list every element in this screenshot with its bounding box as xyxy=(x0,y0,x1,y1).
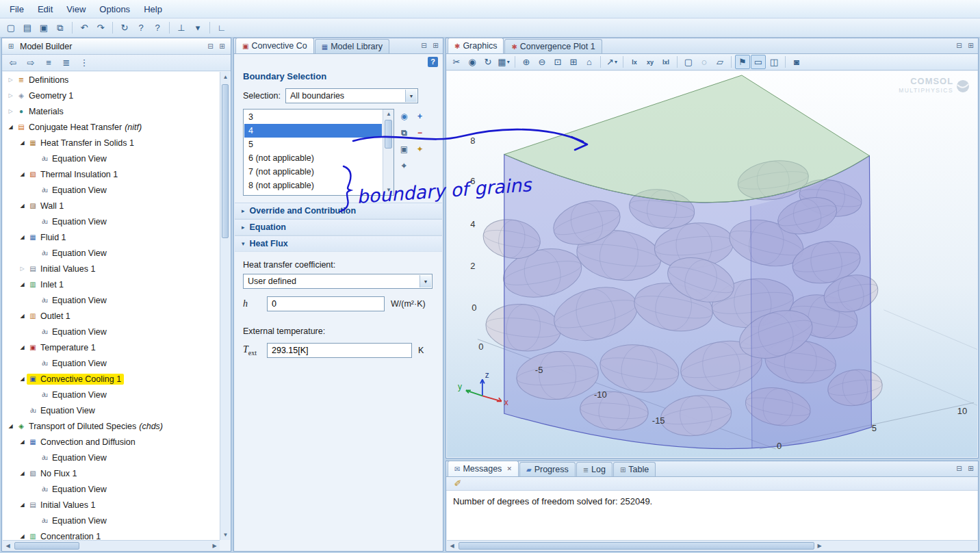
tree-item-convection-and-diffusion[interactable]: ◢▦Convection and Diffusion xyxy=(3,434,220,450)
expanded-arrow-icon[interactable]: ◢ xyxy=(18,533,27,539)
h-input[interactable] xyxy=(267,296,385,311)
scroll-left-icon[interactable]: ◀ xyxy=(3,541,13,551)
tab-progress[interactable]: ▰Progress xyxy=(519,462,576,476)
tab-graphics[interactable]: ✱Graphics xyxy=(448,38,504,53)
split-view-button[interactable]: ◫ xyxy=(766,55,782,69)
minimize-button[interactable]: ⊟ xyxy=(205,42,216,51)
clear-messages-button[interactable]: ✐ xyxy=(450,476,465,491)
probe-button[interactable]: ⊥ xyxy=(174,21,189,35)
external-temperature-input[interactable] xyxy=(267,343,412,358)
menu-file[interactable]: File xyxy=(3,1,31,17)
tree-item-materials[interactable]: ▷●Materials xyxy=(3,103,220,119)
tab-table[interactable]: ⊞Table xyxy=(613,462,656,476)
tree-item-transport-of-diluted-species[interactable]: ◢◈Transport of Diluted Species(chds) xyxy=(3,418,220,434)
boundary-list-scrollbar[interactable]: ▲ ▼ xyxy=(383,110,394,195)
scroll-up-icon[interactable]: ▲ xyxy=(220,72,231,82)
plot-xy-button[interactable]: xy xyxy=(643,55,658,69)
scroll-left-icon[interactable]: ◀ xyxy=(447,541,457,551)
expanded-arrow-icon[interactable]: ◢ xyxy=(18,439,27,445)
collapsed-arrow-icon[interactable]: ▸ xyxy=(242,224,245,231)
menu-view[interactable]: View xyxy=(60,1,92,17)
maximize-button[interactable]: ⊞ xyxy=(217,42,227,51)
hscroll-thumb[interactable] xyxy=(459,542,814,550)
expanded-arrow-icon[interactable]: ◢ xyxy=(18,234,27,240)
tree-item-equation-view[interactable]: ∂uEquation View xyxy=(3,324,220,339)
measure-button[interactable]: ∟ xyxy=(214,21,229,35)
zoom-extents-button[interactable]: ⊞ xyxy=(566,55,581,69)
boundary-list-item[interactable]: 4 xyxy=(244,124,382,138)
collapsed-arrow-icon[interactable]: ▸ xyxy=(242,207,245,214)
model-tree-vscrollbar[interactable]: ▲ ▼ xyxy=(220,72,230,540)
plot-log-x-button[interactable]: lx xyxy=(627,55,642,69)
orientation-button[interactable]: ↗▾ xyxy=(604,55,619,69)
selection-dropdown[interactable]: All boundaries ▼ xyxy=(285,88,418,103)
expanded-arrow-icon[interactable]: ◢ xyxy=(6,423,15,429)
open-button[interactable]: ▤ xyxy=(20,21,35,35)
expanded-arrow-icon[interactable]: ◢ xyxy=(18,140,27,146)
menu-options[interactable]: Options xyxy=(92,1,137,17)
tree-item-equation-view[interactable]: ∂uEquation View xyxy=(3,450,220,465)
tree-item-outlet-1[interactable]: ◢▥Outlet 1 xyxy=(3,308,220,324)
scroll-down-icon[interactable]: ▼ xyxy=(383,185,394,195)
view-menu-button[interactable]: ▦▾ xyxy=(496,55,511,69)
tab-model-library[interactable]: ▦Model Library xyxy=(315,39,389,53)
maximize-button[interactable]: ⊞ xyxy=(430,41,441,51)
expanded-arrow-icon[interactable]: ▾ xyxy=(242,240,245,247)
hscroll-thumb[interactable] xyxy=(14,542,79,550)
expand-all-button[interactable]: ⋮ xyxy=(77,55,92,70)
tree-item-initial-values-1[interactable]: ▷▤Initial Values 1 xyxy=(3,261,220,276)
show-all-button[interactable]: ≡ xyxy=(41,55,56,70)
active-button[interactable]: ✦ xyxy=(413,143,426,155)
help-button[interactable]: ? xyxy=(133,21,149,35)
print-button[interactable]: ⧉ xyxy=(53,21,68,35)
tree-item-heat-transfer-in-solids-1[interactable]: ◢▦Heat Transfer in Solids 1 xyxy=(3,135,220,151)
tree-item-equation-view[interactable]: ∂uEquation View xyxy=(3,513,220,528)
snapshot-button[interactable]: ◙ xyxy=(789,55,804,69)
tree-item-no-flux-1[interactable]: ◢▧No Flux 1 xyxy=(3,465,220,481)
3d-scene[interactable]: 8 6 4 2 0 0 -5 -10 -15 0 5 10 COMSOL MUL… xyxy=(447,71,977,457)
new-button[interactable]: ▢ xyxy=(3,21,18,35)
vscroll-thumb[interactable] xyxy=(385,120,392,149)
scroll-right-icon[interactable]: ▶ xyxy=(814,541,825,551)
tree-item-equation-view[interactable]: ∂uEquation View xyxy=(3,355,220,371)
tree-item-fluid-1[interactable]: ◢▦Fluid 1 xyxy=(3,229,220,245)
chevron-down-icon[interactable]: ▼ xyxy=(420,275,431,287)
select-box-button[interactable]: ▢ xyxy=(681,55,696,69)
back-button[interactable]: ⇦ xyxy=(5,55,21,70)
boundary-list-item[interactable]: 3 xyxy=(244,110,382,124)
zoom-selected-button[interactable]: ⌖ xyxy=(398,159,411,172)
create-selection-button[interactable]: ◉ xyxy=(398,110,411,123)
tree-item-equation-view[interactable]: ∂uEquation View xyxy=(3,245,220,261)
expanded-arrow-icon[interactable]: ◢ xyxy=(18,344,27,350)
help-icon[interactable]: ? xyxy=(428,57,438,67)
lasso-button[interactable]: ◌ xyxy=(697,55,712,69)
graphics-canvas[interactable]: 8 6 4 2 0 0 -5 -10 -15 0 5 10 COMSOL MUL… xyxy=(447,71,977,457)
minimize-button[interactable]: ⊟ xyxy=(954,41,964,51)
dropdown-caret-icon[interactable]: ▾ xyxy=(615,59,617,65)
tab-convective-cooling[interactable]: ▣Convective Co xyxy=(235,38,314,53)
minimize-button[interactable]: ⊟ xyxy=(954,464,964,474)
boundary-list-item[interactable]: 6 (not applicable) xyxy=(244,151,382,165)
collapsed-arrow-icon[interactable]: ▷ xyxy=(6,92,15,99)
tree-item-equation-view[interactable]: ∂uEquation View xyxy=(3,182,220,198)
collapsed-arrow-icon[interactable]: ▷ xyxy=(6,108,15,114)
section-equation[interactable]: ▸ Equation xyxy=(235,219,442,235)
boundary-list-item[interactable]: 7 (not applicable) xyxy=(244,165,382,179)
tree-item-equation-view[interactable]: ∂uEquation View xyxy=(3,292,220,308)
vscroll-thumb[interactable] xyxy=(222,84,229,238)
boundary-listbox[interactable]: 3456 (not applicable)7 (not applicable)8… xyxy=(243,109,394,196)
remove-button[interactable]: − xyxy=(413,127,426,139)
menu-edit[interactable]: Edit xyxy=(31,1,60,17)
tree-item-temperature-1[interactable]: ◢▣Temperature 1 xyxy=(3,339,220,355)
tree-item-convective-cooling-1[interactable]: ◢▣Convective Cooling 1 xyxy=(3,371,220,387)
expanded-arrow-icon[interactable]: ◢ xyxy=(18,502,27,508)
coefficient-dropdown[interactable]: User defined ▼ xyxy=(243,274,433,289)
tree-item-initial-values-1[interactable]: ◢▤Initial Values 1 xyxy=(3,497,220,513)
scroll-right-icon[interactable]: ▶ xyxy=(209,541,220,551)
clip-button[interactable]: ✂ xyxy=(449,55,464,69)
tree-item-inlet-1[interactable]: ◢▥Inlet 1 xyxy=(3,276,220,292)
expanded-arrow-icon[interactable]: ◢ xyxy=(6,124,15,130)
scroll-up-icon[interactable]: ▲ xyxy=(383,110,394,119)
tree-item-thermal-insulation-1[interactable]: ◢▧Thermal Insulation 1 xyxy=(3,166,220,182)
tree-item-equation-view[interactable]: ∂uEquation View xyxy=(3,481,220,497)
